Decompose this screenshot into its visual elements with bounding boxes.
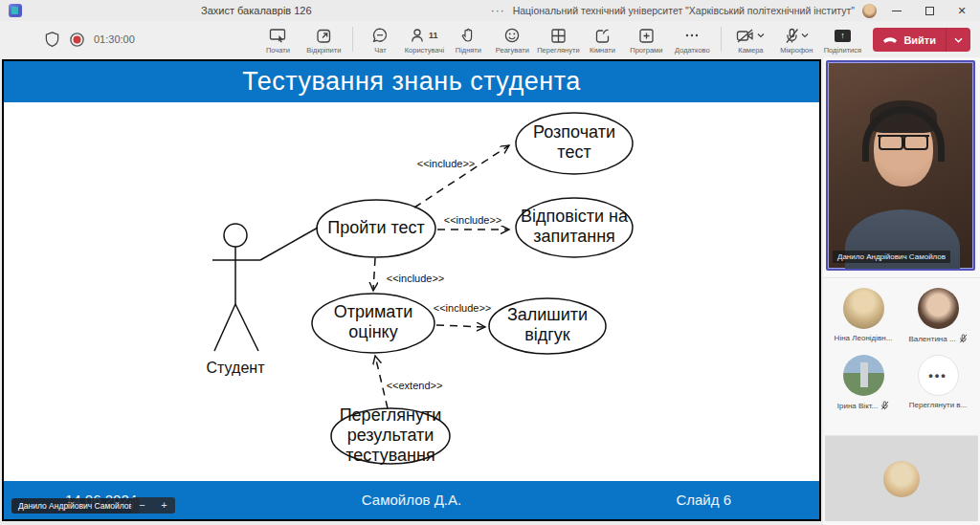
mic-muted-icon (959, 334, 968, 343)
include-stereotype-label: <<include>> (372, 273, 458, 284)
maximize-button[interactable] (917, 2, 942, 19)
zoom-in-button[interactable]: + (161, 500, 167, 511)
shared-presentation-slide: Тестування знань студента (2, 59, 821, 521)
include-stereotype-label: <<include>> (430, 214, 516, 226)
camera-off-participant-tile[interactable] (825, 435, 978, 521)
view-all-participants-tile[interactable]: ••• Переглянути в... (902, 355, 973, 409)
user-avatar[interactable] (862, 4, 877, 18)
raise-hand-label: Підняти (456, 46, 481, 55)
include-edge-leave-feedback (436, 325, 485, 327)
extend-stereotype-label: <<extend>> (371, 380, 457, 391)
more-label: Додатково (675, 46, 710, 55)
actor-student-label: Студент (197, 360, 274, 377)
usecase-view-results-label: Переглянути результати тестування (333, 405, 448, 467)
start-share-button[interactable]: Почати (256, 24, 299, 55)
start-share-label: Почати (266, 46, 290, 55)
rooms-button[interactable]: Кімнати (583, 24, 621, 55)
participant-name: Ірина Вікт... (837, 402, 878, 410)
association-student-take-test (260, 228, 318, 260)
rooms-icon (594, 28, 611, 44)
participant-tile[interactable]: Валентина ... (902, 288, 973, 343)
org-title: Національний технічний університет "Харк… (513, 5, 855, 16)
teams-logo-icon (9, 4, 22, 17)
camera-off-icon (736, 28, 755, 44)
mic-muted-icon (880, 401, 889, 410)
avatar (843, 355, 884, 396)
participant-name: Валентина ... (908, 335, 955, 343)
shield-icon (44, 31, 60, 48)
raised-hand-icon (460, 27, 476, 44)
mic-off-icon (785, 28, 799, 44)
participants-grid: Ніна Леонідівн... Валентина ... Ірина Ві… (823, 277, 980, 424)
meeting-toolbar: 01:30:00 Почати Відкріпити Чат (0, 21, 980, 57)
more-dots-icon (683, 27, 701, 44)
raise-hand-button[interactable]: Підняти (449, 24, 487, 55)
toolbar-divider (721, 27, 722, 52)
react-button[interactable]: Реагувати (491, 24, 533, 55)
share-screen-icon: ↑ (835, 30, 851, 42)
chat-icon (371, 27, 389, 44)
zoom-out-button[interactable]: − (139, 500, 145, 511)
more-button[interactable]: Додатково (671, 24, 713, 55)
maximize-icon (925, 7, 934, 15)
usecase-start-test-label: Розпочати тест (522, 122, 627, 163)
camera-button[interactable]: Камера (729, 24, 771, 55)
presenter-name-tag: Данило Андрійович Самойлов (11, 498, 140, 514)
rooms-label: Кімнати (590, 46, 615, 55)
usecase-get-grade-label: Отримати оцінку (325, 302, 421, 342)
meeting-title: Захист бакалаврів 126 (22, 5, 491, 16)
meeting-timer: 01:30:00 (94, 33, 135, 45)
speaker-name-tag: Данило Андрійович Самойлов (833, 251, 950, 263)
avatar (843, 288, 884, 329)
participant-tile[interactable]: Ірина Вікт... (828, 355, 899, 410)
avatar (918, 288, 959, 329)
include-stereotype-label: <<include>> (403, 158, 489, 169)
actor-student-figure (212, 224, 260, 351)
more-participants-icon: ••• (918, 355, 959, 396)
participant-name: Ніна Леонідівн... (835, 334, 893, 342)
share-label: Поділитися (824, 46, 861, 55)
include-edge-start-test (414, 145, 509, 208)
participant-name: Переглянути в... (909, 401, 968, 409)
close-button[interactable]: ✕ (949, 2, 974, 19)
people-icon (411, 27, 426, 44)
unpin-label: Відкріпити (306, 46, 341, 55)
speaker-video-tile[interactable]: Данило Андрійович Самойлов (826, 60, 975, 271)
smiley-icon (503, 27, 521, 44)
minimize-button[interactable] (884, 2, 909, 19)
toolbar-divider (352, 27, 353, 52)
add-app-icon (638, 28, 655, 44)
usecase-leave-feedback-label: Залишити відгук (500, 305, 595, 345)
chevron-down-icon (757, 33, 765, 38)
mic-button[interactable]: Мікрофон (775, 24, 817, 55)
participants-sidebar: Данило Андрійович Самойлов Ніна Леонідів… (823, 57, 980, 525)
avatar (883, 461, 920, 497)
people-button[interactable]: 11 Користувачі (403, 24, 445, 55)
chat-button[interactable]: Чат (361, 24, 399, 55)
usecase-take-test-label: Пройти тест (319, 218, 434, 238)
camera-label: Камера (738, 46, 763, 55)
screen-cursor-icon (269, 28, 287, 44)
apps-button[interactable]: Програми (625, 24, 667, 55)
participant-tile[interactable]: Ніна Леонідівн... (828, 288, 899, 342)
leave-options-button[interactable] (947, 37, 970, 43)
popout-icon (316, 28, 332, 44)
use-case-diagram: Пройти тест Розпочати тест Відповісти на… (4, 102, 819, 482)
leave-button[interactable]: Вийти (873, 28, 970, 52)
grid-view-icon (550, 28, 567, 44)
slide-zoom-controls: − + (131, 497, 175, 514)
apps-label: Програми (630, 46, 662, 55)
share-button[interactable]: ↑ Поділитися (821, 24, 863, 55)
hangup-icon (882, 35, 898, 44)
react-label: Реагувати (496, 46, 529, 55)
window-titlebar: Захист бакалаврів 126 ··· Національний т… (0, 0, 980, 21)
slide-title: Тестування знань студента (242, 67, 580, 97)
chevron-down-icon (801, 33, 809, 38)
chevron-down-icon (954, 37, 963, 43)
view-button[interactable]: Переглянути (537, 24, 579, 55)
unpin-button[interactable]: Відкріпити (302, 24, 345, 55)
recording-icon (69, 32, 85, 48)
overflow-menu-icon[interactable]: ··· (491, 4, 505, 17)
slide-title-bar: Тестування знань студента (4, 61, 819, 102)
usecase-answer-questions-label: Відповісти на запитання (515, 207, 634, 247)
